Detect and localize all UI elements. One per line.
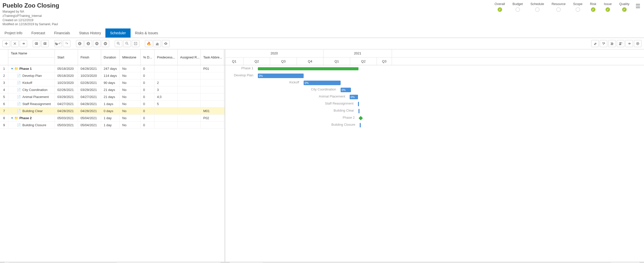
cell[interactable] [201, 86, 224, 93]
cell[interactable]: 03/29/2021 [78, 86, 101, 93]
cell[interactable]: P01 [201, 65, 224, 72]
cell[interactable]: 6 [0, 101, 8, 107]
col-header-pct[interactable]: % D... [141, 49, 154, 65]
cell[interactable]: 0 [141, 115, 154, 121]
collapse-icon[interactable]: ▼ [11, 117, 13, 119]
nav-up-button[interactable] [93, 40, 101, 47]
indent-button[interactable] [41, 40, 49, 47]
cell[interactable] [154, 122, 178, 128]
table-row[interactable]: 3📄Kickoff10/23/202002/26/202190 daysNo02 [0, 79, 225, 86]
status-overall[interactable]: Overall✓ [495, 2, 505, 12]
cell[interactable] [178, 115, 201, 121]
collapse-icon[interactable]: ▼ [11, 67, 13, 70]
cell[interactable]: 04/28/2021 [55, 108, 78, 114]
tab-financials[interactable]: Financials [50, 28, 74, 38]
table-row[interactable]: 6📄Staff Reassignment04/27/202104/28/2021… [0, 101, 225, 108]
cell[interactable]: No [120, 65, 141, 72]
cell[interactable]: 90 days [101, 79, 120, 86]
cell[interactable]: 04/28/2021 [78, 108, 101, 114]
zoom-in-button[interactable] [115, 40, 122, 47]
cell[interactable]: No [120, 72, 141, 79]
cell[interactable]: 0 [141, 65, 154, 72]
cell[interactable]: 9 [0, 122, 8, 128]
cell[interactable]: ▼📁Phase 2 [8, 115, 55, 121]
add-button[interactable] [3, 40, 10, 47]
cell[interactable]: 4;3 [154, 93, 178, 100]
cell[interactable]: M01 [201, 108, 224, 114]
cell[interactable]: 05/04/2021 [78, 115, 101, 121]
cell[interactable]: 7 [0, 108, 8, 114]
cell[interactable]: 05/03/2021 [55, 115, 78, 121]
cell[interactable]: 3 [0, 79, 8, 86]
col-header-pred[interactable]: Predecess... [154, 49, 178, 65]
delete-button[interactable] [11, 40, 19, 47]
table-row[interactable]: 8▼📁Phase 205/03/202105/04/20211 dayNo0P0… [0, 115, 225, 122]
cell[interactable]: 1 days [101, 101, 120, 107]
status-risk[interactable]: Risk✓ [590, 2, 596, 12]
cell[interactable] [201, 72, 224, 79]
cell[interactable] [154, 72, 178, 79]
table-row[interactable]: 9📄Building Closure05/03/202105/04/20211 … [0, 122, 225, 129]
table-row[interactable]: 7📄Building Clear04/28/202104/28/20210 da… [0, 108, 225, 115]
cell[interactable] [154, 65, 178, 72]
status-schedule[interactable]: Schedule [530, 2, 544, 12]
cell[interactable]: 04/27/2021 [78, 93, 101, 100]
cell[interactable]: 1 [0, 65, 8, 72]
baseline-button[interactable] [608, 40, 616, 47]
status-resource[interactable]: Resource [552, 2, 566, 12]
cell[interactable] [201, 101, 224, 107]
nav-down-button[interactable] [102, 40, 109, 47]
zoom-fit-button[interactable] [132, 40, 139, 47]
cell[interactable]: 2 [0, 72, 8, 79]
tab-risks-issues[interactable]: Risks & Issues [131, 28, 163, 38]
cell[interactable]: 📄Building Clear [8, 108, 55, 114]
dependencies-button[interactable] [625, 40, 633, 47]
cell[interactable]: No [120, 122, 141, 128]
cell[interactable]: No [120, 86, 141, 93]
cell[interactable]: 02/26/2021 [78, 79, 101, 86]
cell[interactable]: 📄City Coordination [8, 86, 55, 93]
cell[interactable] [201, 93, 224, 100]
cell[interactable]: P02 [201, 115, 224, 121]
cell[interactable]: 0 [141, 108, 154, 114]
zoom-out-button[interactable] [123, 40, 131, 47]
col-header-abbr[interactable]: Task Abbre... [201, 49, 224, 65]
cell[interactable]: 0 days [101, 108, 120, 114]
redo-button[interactable]: ↷ [63, 40, 70, 47]
table-row[interactable]: 4📄City Coordination02/26/202103/29/20212… [0, 86, 225, 93]
cell[interactable]: 📄Develop Plan [8, 72, 55, 79]
cell[interactable]: 8 [0, 115, 8, 121]
tab-forecast[interactable]: Forecast [27, 28, 50, 38]
cell[interactable]: 04/28/2021 [78, 101, 101, 107]
gantt-bar[interactable] [360, 123, 361, 127]
critical-path-button[interactable]: 🔥 [145, 40, 152, 47]
cell[interactable]: 247 days [101, 65, 120, 72]
chart-button[interactable] [153, 40, 161, 47]
milestone-diamond-icon[interactable] [359, 116, 363, 120]
grid-scrollbar[interactable]: ◄ ► [0, 262, 225, 263]
col-header-finish[interactable]: Finish [78, 49, 101, 65]
cell[interactable]: 03/29/2021 [55, 93, 78, 100]
gantt-bar[interactable]: 0% [341, 88, 351, 92]
link-button[interactable] [20, 40, 27, 47]
table-row[interactable]: 2📄Develop Plan05/18/202010/23/2020114 da… [0, 72, 225, 79]
cell[interactable] [201, 122, 224, 128]
cell[interactable]: 04/27/2021 [55, 101, 78, 107]
filter-name[interactable] [8, 57, 55, 64]
cell[interactable]: 21 days [101, 86, 120, 93]
gantt-scrollbar[interactable]: ◄ ► [225, 262, 644, 263]
cell[interactable]: 05/03/2021 [55, 122, 78, 128]
cell[interactable]: 5 [0, 93, 8, 100]
cell[interactable] [178, 86, 201, 93]
cell[interactable]: No [120, 101, 141, 107]
cell[interactable]: 0 [141, 122, 154, 128]
table-row[interactable]: 5📄Animal Placement03/29/202104/27/202121… [0, 93, 225, 101]
col-header-duration[interactable]: Duration [101, 49, 120, 65]
gantt-bar[interactable]: 0% [258, 74, 304, 78]
gantt-bar[interactable] [258, 67, 358, 70]
tab-scheduler[interactable]: Scheduler [105, 28, 130, 38]
cell[interactable]: No [120, 93, 141, 100]
cell[interactable] [178, 93, 201, 100]
cell[interactable]: 0 [141, 86, 154, 93]
collapse-button[interactable] [591, 40, 599, 47]
